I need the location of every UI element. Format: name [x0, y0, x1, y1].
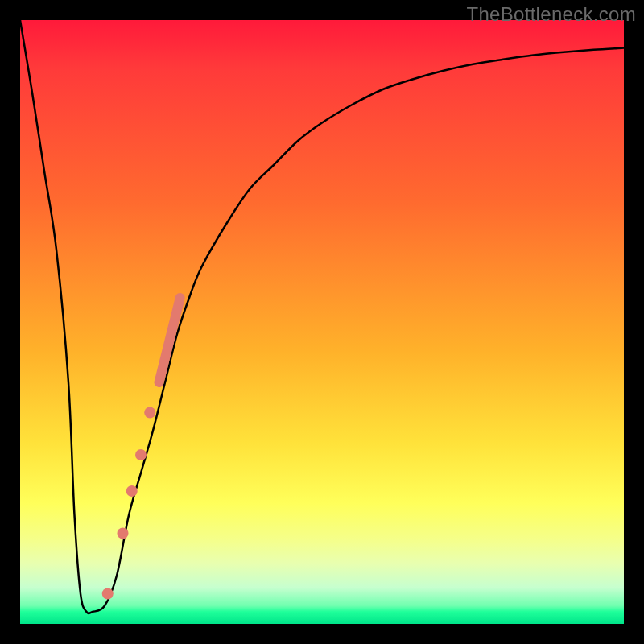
- highlight-dots: [102, 407, 156, 600]
- chart-svg: [20, 20, 624, 624]
- highlight-dot: [118, 528, 129, 539]
- highlight-dot: [126, 485, 138, 497]
- highlight-segment: [159, 298, 180, 382]
- highlight-dot: [135, 449, 147, 460]
- highlight-dot: [144, 407, 155, 419]
- plot-area: [20, 20, 624, 624]
- chart-frame: TheBottleneck.com: [0, 0, 644, 644]
- watermark-text: TheBottleneck.com: [466, 3, 636, 26]
- highlight-dot: [102, 588, 114, 600]
- bottleneck-curve: [20, 20, 624, 613]
